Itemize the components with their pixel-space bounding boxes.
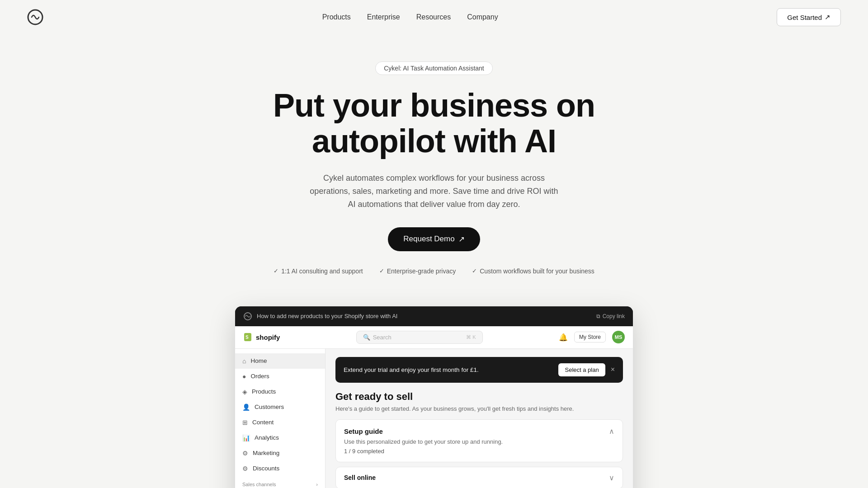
shopify-header-right: 🔔 My Store MS — [559, 331, 625, 343]
logo-icon — [27, 9, 43, 25]
sidebar-item-customers[interactable]: 👤 Customers — [235, 399, 325, 415]
products-icon: ◈ — [242, 388, 247, 395]
orders-icon: ● — [242, 373, 246, 380]
trial-banner-text: Extend your trial and enjoy your first m… — [344, 366, 479, 373]
demo-topbar: How to add new products to your Shopify … — [235, 306, 633, 326]
sell-online-chevron[interactable]: ∨ — [609, 474, 614, 482]
nav-enterprise[interactable]: Enterprise — [367, 13, 400, 21]
sidebar-item-orders[interactable]: ● Orders — [235, 369, 325, 384]
nav-resources[interactable]: Resources — [416, 13, 451, 21]
shopify-ui: S shopify 🔍 Search ⌘ K 🔔 My Store MS — [235, 326, 633, 488]
request-demo-button[interactable]: Request Demo ↗ — [388, 227, 480, 251]
setup-guide-progress: 1 / 9 completed — [344, 448, 614, 455]
setup-guide-card: Setup guide ∧ Use this personalized guid… — [335, 419, 623, 462]
sidebar-item-analytics[interactable]: 📊 Analytics — [235, 430, 325, 446]
nav-company[interactable]: Company — [467, 13, 498, 21]
main-subtitle: Here's a guide to get started. As your b… — [335, 405, 623, 412]
demo-title-text: How to add new products to your Shopify … — [257, 313, 397, 319]
check-icon-2: ✓ — [379, 267, 384, 274]
get-started-button[interactable]: Get Started ↗ — [777, 8, 841, 26]
bell-icon[interactable]: 🔔 — [559, 333, 568, 342]
sell-online-card: Sell online ∨ — [335, 467, 623, 488]
shopify-sidebar: ⌂ Home ● Orders ◈ Products 👤 Customers — [235, 349, 326, 488]
sidebar-item-content[interactable]: ⊞ Content — [235, 415, 325, 430]
shopify-search[interactable]: 🔍 Search ⌘ K — [356, 331, 483, 344]
sell-online-title: Sell online — [344, 474, 376, 481]
shopify-logo: S shopify — [243, 332, 280, 342]
nav-links: Products Enterprise Resources Company — [322, 13, 498, 21]
search-icon: 🔍 — [363, 334, 370, 341]
demo-window: How to add new products to your Shopify … — [235, 306, 633, 488]
main-title: Get ready to sell — [335, 391, 623, 403]
feature-1: ✓ 1:1 AI consulting and support — [274, 267, 363, 275]
marketing-icon: ⚙ — [242, 450, 248, 457]
setup-guide-desc: Use this personalized guide to get your … — [344, 438, 614, 445]
demo-logo-icon — [243, 312, 252, 321]
check-icon-3: ✓ — [472, 267, 477, 274]
shopify-main: Extend your trial and enjoy your first m… — [326, 349, 633, 488]
sidebar-item-home[interactable]: ⌂ Home — [235, 353, 325, 369]
features-row: ✓ 1:1 AI consulting and support ✓ Enterp… — [27, 267, 841, 275]
nav-products[interactable]: Products — [322, 13, 351, 21]
hero-badge: Cykel: AI Task Automation Assistant — [375, 61, 493, 75]
copy-icon: ⧉ — [596, 313, 600, 319]
sales-channels-label: Sales channels › — [235, 476, 325, 488]
shopify-logo-icon: S — [243, 332, 252, 342]
trial-banner: Extend your trial and enjoy your first m… — [335, 357, 623, 383]
hero-title: Put your business on autopilot with AI — [27, 88, 841, 159]
close-banner-button[interactable]: × — [611, 366, 615, 374]
analytics-icon: 📊 — [242, 434, 250, 441]
feature-2: ✓ Enterprise-grade privacy — [379, 267, 456, 275]
sidebar-item-marketing[interactable]: ⚙ Marketing — [235, 446, 325, 461]
navbar: Products Enterprise Resources Company Ge… — [0, 0, 868, 34]
content-icon: ⊞ — [242, 419, 248, 426]
setup-guide-header: Setup guide ∧ — [344, 427, 614, 436]
trial-banner-right: Select a plan × — [558, 363, 615, 376]
hero-subtitle: Cykel automates complex workflows for yo… — [307, 172, 561, 211]
sidebar-item-discounts[interactable]: ⚙ Discounts — [235, 461, 325, 476]
setup-guide-title: Setup guide — [344, 427, 383, 435]
shopify-body: ⌂ Home ● Orders ◈ Products 👤 Customers — [235, 349, 633, 488]
sidebar-item-products[interactable]: ◈ Products — [235, 384, 325, 399]
hero-section: Cykel: AI Task Automation Assistant Put … — [0, 34, 868, 293]
check-icon-1: ✓ — [274, 267, 278, 274]
select-plan-button[interactable]: Select a plan — [558, 363, 605, 376]
logo — [27, 9, 43, 25]
my-store-button[interactable]: My Store — [574, 332, 606, 343]
home-icon: ⌂ — [242, 357, 246, 365]
discounts-icon: ⚙ — [242, 465, 248, 472]
feature-3: ✓ Custom workflows built for your busine… — [472, 267, 594, 275]
svg-text:S: S — [245, 335, 249, 340]
avatar: MS — [612, 331, 625, 343]
shopify-header: S shopify 🔍 Search ⌘ K 🔔 My Store MS — [235, 326, 633, 349]
customers-icon: 👤 — [242, 404, 250, 411]
demo-topbar-left: How to add new products to your Shopify … — [243, 312, 397, 321]
copy-link-button[interactable]: ⧉ Copy link — [596, 313, 625, 319]
setup-guide-chevron[interactable]: ∧ — [609, 427, 614, 436]
